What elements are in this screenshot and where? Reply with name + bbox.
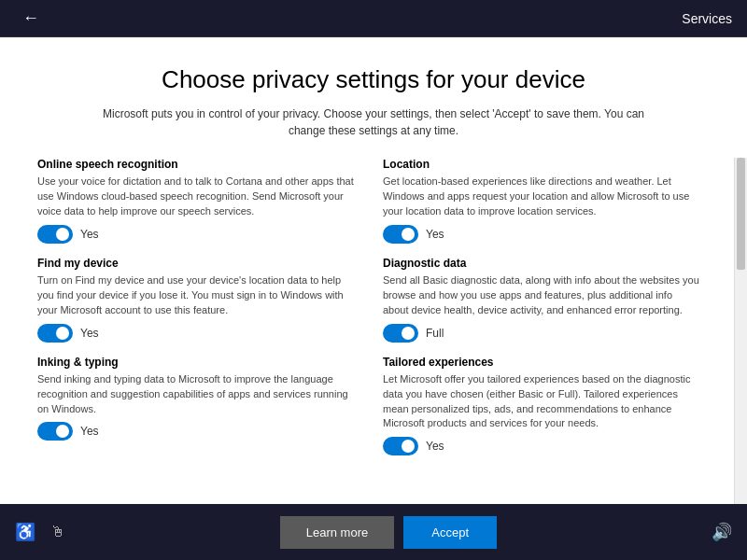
setting-find-my-device-desc: Turn on Find my device and use your devi…	[37, 273, 355, 318]
main-content: Choose privacy settings for your device …	[0, 37, 747, 504]
toggle-inking-typing[interactable]	[37, 422, 73, 441]
page-subtitle: Microsoft puts you in control of your pr…	[93, 105, 654, 139]
setting-online-speech: Online speech recognition Use your voice…	[37, 158, 355, 244]
setting-tailored-toggle-row: Yes	[383, 437, 700, 455]
toggle-online-speech[interactable]	[37, 225, 73, 244]
settings-column-right: Location Get location-based experiences …	[374, 158, 710, 495]
setting-diagnostic-toggle-row: Full	[383, 324, 700, 343]
top-bar-title: Services	[682, 11, 732, 26]
setting-location-title: Location	[383, 158, 700, 171]
toggle-inking-typing-label: Yes	[80, 425, 99, 438]
volume-icon[interactable]: 🔊	[712, 522, 732, 542]
page-title: Choose privacy settings for your device	[56, 65, 691, 94]
back-button[interactable]: ←	[15, 5, 47, 32]
setting-find-my-device: Find my device Turn on Find my device an…	[37, 257, 355, 343]
setting-diagnostic-data: Diagnostic data Send all Basic diagnosti…	[383, 257, 700, 343]
setting-location: Location Get location-based experiences …	[383, 158, 700, 244]
header-section: Choose privacy settings for your device …	[0, 37, 747, 158]
accept-button[interactable]: Accept	[403, 516, 497, 549]
button-row: Learn more Accept	[280, 516, 497, 549]
scrollbar-track[interactable]	[734, 158, 747, 504]
setting-tailored-title: Tailored experiences	[383, 356, 700, 369]
learn-more-button[interactable]: Learn more	[280, 516, 394, 549]
settings-column-left: Online speech recognition Use your voice…	[37, 158, 374, 495]
toggle-tailored-label: Yes	[426, 440, 444, 453]
setting-diagnostic-title: Diagnostic data	[383, 257, 700, 270]
scrollbar-thumb[interactable]	[737, 158, 745, 270]
top-bar: ← Services	[0, 0, 747, 37]
setting-inking-typing-toggle-row: Yes	[37, 422, 355, 441]
toggle-diagnostic[interactable]	[383, 324, 418, 343]
bottom-icons: ♿ 🖱	[15, 522, 65, 542]
toggle-find-my-device[interactable]	[37, 324, 73, 343]
setting-tailored-experiences: Tailored experiences Let Microsoft offer…	[383, 356, 700, 456]
toggle-online-speech-label: Yes	[80, 228, 99, 241]
setting-inking-typing-title: Inking & typing	[37, 356, 355, 369]
setting-diagnostic-desc: Send all Basic diagnostic data, along wi…	[383, 273, 700, 318]
setting-tailored-desc: Let Microsoft offer you tailored experie…	[383, 372, 700, 432]
setting-location-toggle-row: Yes	[383, 225, 700, 244]
setting-inking-typing: Inking & typing Send inking and typing d…	[37, 356, 355, 441]
setting-find-my-device-toggle-row: Yes	[37, 324, 355, 343]
accessibility-icon[interactable]: ♿	[15, 522, 35, 542]
bottom-icons-right: 🔊	[712, 522, 732, 542]
settings-area: Online speech recognition Use your voice…	[0, 158, 747, 504]
bottom-bar: ♿ 🖱 Learn more Accept 🔊	[0, 504, 747, 560]
toggle-diagnostic-label: Full	[426, 327, 444, 340]
setting-online-speech-toggle-row: Yes	[37, 225, 355, 244]
toggle-location[interactable]	[383, 225, 418, 244]
setting-location-desc: Get location-based experiences like dire…	[383, 175, 700, 219]
toggle-find-my-device-label: Yes	[80, 327, 99, 340]
toggle-tailored[interactable]	[383, 437, 418, 455]
mouse-icon[interactable]: 🖱	[50, 524, 65, 540]
toggle-location-label: Yes	[426, 228, 444, 241]
setting-online-speech-title: Online speech recognition	[37, 158, 355, 171]
setting-find-my-device-title: Find my device	[37, 257, 355, 270]
setting-online-speech-desc: Use your voice for dictation and to talk…	[37, 175, 355, 219]
setting-inking-typing-desc: Send inking and typing data to Microsoft…	[37, 372, 355, 417]
